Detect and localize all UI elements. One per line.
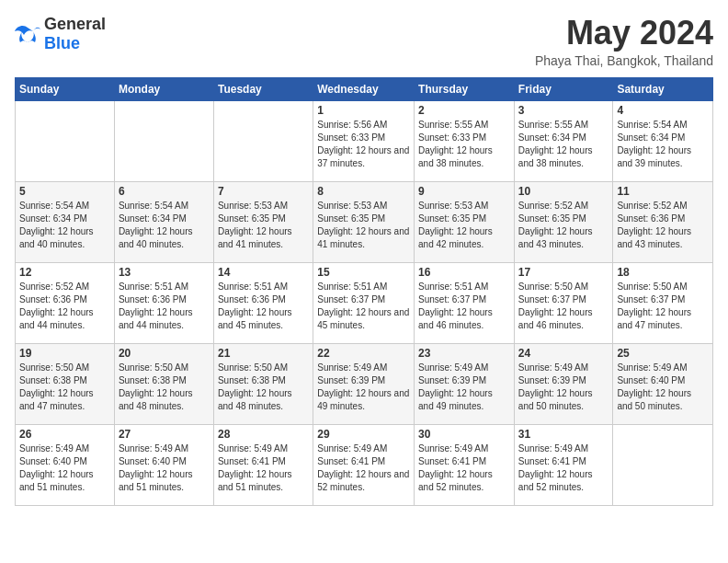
page-header: General Blue May 2024 Phaya Thai, Bangko…	[15, 15, 713, 68]
day-number: 21	[218, 347, 309, 360]
day-info: Sunrise: 5:54 AMSunset: 6:34 PMDaylight:…	[617, 120, 691, 168]
day-number: 19	[19, 347, 110, 360]
day-number: 2	[418, 104, 510, 117]
calendar-week-4: 19 Sunrise: 5:50 AMSunset: 6:38 PMDaylig…	[16, 343, 713, 424]
weekday-header-row: SundayMondayTuesdayWednesdayThursdayFrid…	[16, 77, 713, 100]
day-number: 6	[119, 185, 210, 198]
day-number: 8	[317, 185, 410, 198]
calendar-cell: 14 Sunrise: 5:51 AMSunset: 6:36 PMDaylig…	[213, 262, 313, 343]
calendar-cell: 17 Sunrise: 5:50 AMSunset: 6:37 PMDaylig…	[514, 262, 613, 343]
day-info: Sunrise: 5:49 AMSunset: 6:40 PMDaylight:…	[119, 443, 193, 492]
day-number: 14	[218, 266, 309, 279]
calendar-cell	[114, 100, 213, 181]
calendar-cell: 30 Sunrise: 5:49 AMSunset: 6:41 PMDaylig…	[415, 424, 515, 505]
day-info: Sunrise: 5:54 AMSunset: 6:34 PMDaylight:…	[119, 201, 193, 249]
day-number: 25	[617, 347, 709, 360]
logo-text: General Blue	[44, 15, 106, 53]
calendar-cell: 26 Sunrise: 5:49 AMSunset: 6:40 PMDaylig…	[16, 424, 115, 505]
calendar-cell: 28 Sunrise: 5:49 AMSunset: 6:41 PMDaylig…	[213, 424, 313, 505]
day-number: 17	[518, 266, 609, 279]
day-info: Sunrise: 5:49 AMSunset: 6:40 PMDaylight:…	[617, 362, 691, 411]
day-info: Sunrise: 5:53 AMSunset: 6:35 PMDaylight:…	[418, 201, 493, 249]
day-number: 22	[317, 347, 410, 360]
day-info: Sunrise: 5:49 AMSunset: 6:41 PMDaylight:…	[317, 443, 409, 492]
day-number: 11	[617, 185, 709, 198]
title-block: May 2024 Phaya Thai, Bangkok, Thailand	[535, 15, 713, 68]
day-info: Sunrise: 5:49 AMSunset: 6:39 PMDaylight:…	[418, 362, 493, 411]
calendar-cell	[613, 424, 713, 505]
location-subtitle: Phaya Thai, Bangkok, Thailand	[535, 53, 713, 68]
day-number: 31	[518, 428, 609, 441]
day-info: Sunrise: 5:52 AMSunset: 6:36 PMDaylight:…	[19, 282, 94, 330]
day-info: Sunrise: 5:51 AMSunset: 6:36 PMDaylight:…	[218, 282, 292, 330]
day-number: 24	[518, 347, 609, 360]
day-info: Sunrise: 5:51 AMSunset: 6:36 PMDaylight:…	[119, 282, 193, 330]
calendar-cell: 3 Sunrise: 5:55 AMSunset: 6:34 PMDayligh…	[514, 100, 613, 181]
day-info: Sunrise: 5:51 AMSunset: 6:37 PMDaylight:…	[418, 282, 493, 330]
calendar-cell: 23 Sunrise: 5:49 AMSunset: 6:39 PMDaylig…	[415, 343, 515, 424]
calendar-table: SundayMondayTuesdayWednesdayThursdayFrid…	[15, 77, 713, 506]
day-number: 23	[418, 347, 510, 360]
day-number: 16	[418, 266, 510, 279]
day-number: 13	[119, 266, 210, 279]
day-number: 15	[317, 266, 410, 279]
logo: General Blue	[15, 15, 106, 53]
day-info: Sunrise: 5:52 AMSunset: 6:36 PMDaylight:…	[617, 201, 691, 249]
weekday-header-wednesday: Wednesday	[313, 77, 415, 100]
calendar-cell: 9 Sunrise: 5:53 AMSunset: 6:35 PMDayligh…	[415, 181, 515, 262]
calendar-cell: 11 Sunrise: 5:52 AMSunset: 6:36 PMDaylig…	[613, 181, 713, 262]
calendar-cell: 10 Sunrise: 5:52 AMSunset: 6:35 PMDaylig…	[514, 181, 613, 262]
day-number: 26	[19, 428, 110, 441]
logo-blue: Blue	[44, 34, 80, 52]
day-info: Sunrise: 5:51 AMSunset: 6:37 PMDaylight:…	[317, 282, 409, 330]
logo-general: General	[44, 15, 106, 33]
day-info: Sunrise: 5:56 AMSunset: 6:33 PMDaylight:…	[317, 120, 409, 168]
calendar-cell: 31 Sunrise: 5:49 AMSunset: 6:41 PMDaylig…	[514, 424, 613, 505]
calendar-cell: 12 Sunrise: 5:52 AMSunset: 6:36 PMDaylig…	[16, 262, 115, 343]
weekday-header-sunday: Sunday	[16, 77, 115, 100]
calendar-cell: 22 Sunrise: 5:49 AMSunset: 6:39 PMDaylig…	[313, 343, 415, 424]
calendar-cell: 6 Sunrise: 5:54 AMSunset: 6:34 PMDayligh…	[114, 181, 213, 262]
day-info: Sunrise: 5:54 AMSunset: 6:34 PMDaylight:…	[19, 201, 94, 249]
weekday-header-thursday: Thursday	[415, 77, 515, 100]
day-info: Sunrise: 5:50 AMSunset: 6:38 PMDaylight:…	[119, 362, 193, 411]
calendar-week-3: 12 Sunrise: 5:52 AMSunset: 6:36 PMDaylig…	[16, 262, 713, 343]
day-info: Sunrise: 5:49 AMSunset: 6:41 PMDaylight:…	[518, 443, 593, 492]
day-number: 4	[617, 104, 709, 117]
day-number: 10	[518, 185, 609, 198]
calendar-cell: 25 Sunrise: 5:49 AMSunset: 6:40 PMDaylig…	[613, 343, 713, 424]
day-info: Sunrise: 5:55 AMSunset: 6:33 PMDaylight:…	[418, 120, 493, 168]
day-info: Sunrise: 5:49 AMSunset: 6:39 PMDaylight:…	[518, 362, 593, 411]
calendar-cell: 4 Sunrise: 5:54 AMSunset: 6:34 PMDayligh…	[613, 100, 713, 181]
day-info: Sunrise: 5:53 AMSunset: 6:35 PMDaylight:…	[317, 201, 409, 249]
day-info: Sunrise: 5:52 AMSunset: 6:35 PMDaylight:…	[518, 201, 593, 249]
day-number: 18	[617, 266, 709, 279]
calendar-cell: 29 Sunrise: 5:49 AMSunset: 6:41 PMDaylig…	[313, 424, 415, 505]
day-number: 20	[119, 347, 210, 360]
calendar-cell: 27 Sunrise: 5:49 AMSunset: 6:40 PMDaylig…	[114, 424, 213, 505]
day-number: 12	[19, 266, 110, 279]
calendar-cell: 19 Sunrise: 5:50 AMSunset: 6:38 PMDaylig…	[16, 343, 115, 424]
day-info: Sunrise: 5:53 AMSunset: 6:35 PMDaylight:…	[218, 201, 292, 249]
day-number: 3	[518, 104, 609, 117]
day-number: 30	[418, 428, 510, 441]
calendar-week-5: 26 Sunrise: 5:49 AMSunset: 6:40 PMDaylig…	[16, 424, 713, 505]
calendar-week-1: 1 Sunrise: 5:56 AMSunset: 6:33 PMDayligh…	[16, 100, 713, 181]
day-info: Sunrise: 5:49 AMSunset: 6:40 PMDaylight:…	[19, 443, 94, 492]
day-number: 1	[317, 104, 410, 117]
day-info: Sunrise: 5:50 AMSunset: 6:37 PMDaylight:…	[518, 282, 593, 330]
day-number: 9	[418, 185, 510, 198]
day-info: Sunrise: 5:49 AMSunset: 6:41 PMDaylight:…	[418, 443, 493, 492]
day-number: 27	[119, 428, 210, 441]
calendar-cell: 15 Sunrise: 5:51 AMSunset: 6:37 PMDaylig…	[313, 262, 415, 343]
day-info: Sunrise: 5:50 AMSunset: 6:38 PMDaylight:…	[19, 362, 94, 411]
day-info: Sunrise: 5:49 AMSunset: 6:41 PMDaylight:…	[218, 443, 292, 492]
calendar-cell: 21 Sunrise: 5:50 AMSunset: 6:38 PMDaylig…	[213, 343, 313, 424]
calendar-cell: 24 Sunrise: 5:49 AMSunset: 6:39 PMDaylig…	[514, 343, 613, 424]
logo-icon	[15, 24, 40, 44]
month-year-title: May 2024	[535, 15, 713, 52]
weekday-header-saturday: Saturday	[613, 77, 713, 100]
calendar-cell: 7 Sunrise: 5:53 AMSunset: 6:35 PMDayligh…	[213, 181, 313, 262]
calendar-cell	[16, 100, 115, 181]
calendar-cell: 5 Sunrise: 5:54 AMSunset: 6:34 PMDayligh…	[16, 181, 115, 262]
